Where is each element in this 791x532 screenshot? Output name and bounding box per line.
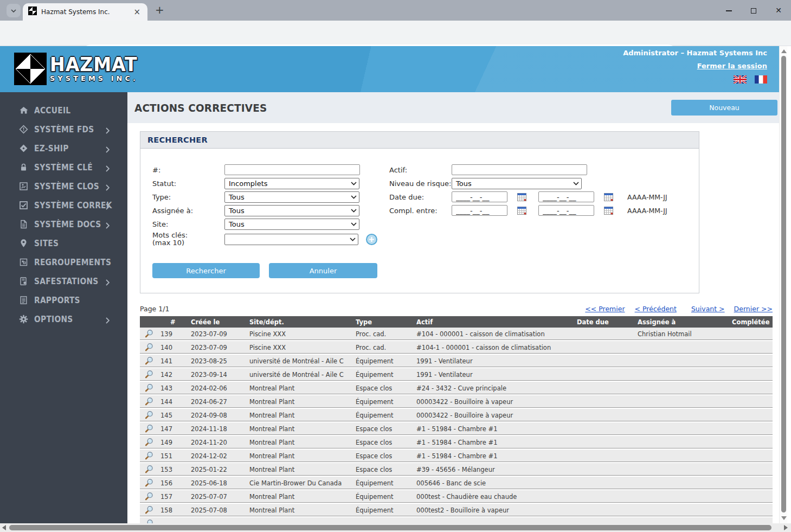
tab-title: Hazmat Systems Inc. xyxy=(41,8,132,16)
keywords-select[interactable] xyxy=(224,234,358,245)
number-input[interactable] xyxy=(224,164,360,175)
chevron-right-icon xyxy=(106,164,110,174)
col-header-num[interactable]: # xyxy=(170,318,176,326)
tab-close-icon[interactable]: × xyxy=(132,8,142,16)
table-row: 142 2023-09-14 université de Montréal - … xyxy=(140,368,773,381)
confined-space-icon xyxy=(18,182,28,191)
calendar-icon[interactable] xyxy=(517,193,526,201)
english-flag-icon[interactable] xyxy=(734,75,747,86)
completed-from-input[interactable] xyxy=(452,205,507,216)
table-row: 149 2024-11-20 Montreal Plant Espace clo… xyxy=(140,436,773,448)
search-button[interactable]: Rechercher xyxy=(152,263,260,278)
date-due-label: Date due: xyxy=(389,193,452,201)
type-label: Type: xyxy=(152,193,224,201)
vertical-scrollbar[interactable] xyxy=(779,46,787,523)
scroll-down-arrow[interactable] xyxy=(781,516,787,520)
brand-sub: SYSTEMS INC. xyxy=(50,74,145,82)
view-magnifier-icon[interactable] xyxy=(140,411,158,419)
col-header-site[interactable]: Site/dépt. xyxy=(249,318,284,326)
col-header-actif[interactable]: Actif xyxy=(416,318,433,326)
window-minimize-button[interactable] xyxy=(716,6,741,15)
view-magnifier-icon[interactable] xyxy=(140,478,158,487)
window-close-button[interactable]: ✕ xyxy=(766,6,791,15)
hazmat-logo: HAZMAT SYSTEMS INC. xyxy=(14,53,145,85)
chevron-down-icon xyxy=(351,182,357,185)
horizontal-scrollbar-thumb[interactable] xyxy=(9,525,771,530)
sidebar-item-regroupements[interactable]: REGROUPEMENTS xyxy=(0,253,127,272)
assignee-select[interactable]: Tous xyxy=(224,205,359,216)
sidebar-item-sites[interactable]: SITES xyxy=(0,234,127,253)
view-magnifier-icon[interactable] xyxy=(140,329,158,338)
browser-toolbar: hazmatsystems.com/ ℏ H ⋮ xyxy=(0,21,791,46)
report-icon xyxy=(18,296,28,305)
view-magnifier-icon[interactable] xyxy=(140,492,158,501)
chevron-down-icon xyxy=(573,182,579,185)
type-select[interactable]: Tous xyxy=(224,191,359,203)
view-magnifier-icon[interactable] xyxy=(140,438,158,446)
sidebar-item-ez-ship[interactable]: EZ-SHIP xyxy=(0,139,127,158)
view-magnifier-icon[interactable] xyxy=(140,356,158,365)
calendar-icon[interactable] xyxy=(517,206,526,215)
new-button[interactable]: Nouveau xyxy=(671,100,777,116)
pagination-last-link[interactable]: Dernier >> xyxy=(734,305,773,313)
col-header-due[interactable]: Date due xyxy=(577,318,609,326)
diamond-icon xyxy=(18,144,28,153)
date-due-to-input[interactable] xyxy=(538,191,594,202)
statut-select[interactable]: Incomplets xyxy=(224,178,359,189)
completed-between-label: Compl. entre: xyxy=(389,207,452,215)
window-maximize-button[interactable] xyxy=(741,6,766,15)
view-magnifier-icon[interactable] xyxy=(140,383,158,392)
browser-tab[interactable]: Hazmat Systems Inc. × xyxy=(23,3,147,21)
calendar-icon[interactable] xyxy=(604,206,613,215)
sidebar-item-safestations[interactable]: SAFESTATIONS xyxy=(0,272,127,291)
cancel-button[interactable]: Annuler xyxy=(269,263,377,278)
actif-input[interactable] xyxy=(452,164,587,175)
sidebar-item-systeme-fds[interactable]: SYSTÈME FDS xyxy=(0,120,127,139)
view-magnifier-icon[interactable] xyxy=(140,465,158,473)
date-due-from-input[interactable] xyxy=(452,191,507,202)
add-keyword-button[interactable] xyxy=(366,234,377,245)
sidebar-item-accueil[interactable]: ACCUEIL xyxy=(0,101,127,120)
view-magnifier-icon[interactable] xyxy=(140,343,158,351)
vertical-scrollbar-thumb[interactable] xyxy=(781,56,786,512)
view-magnifier-icon[interactable] xyxy=(140,424,158,433)
sidebar-item-rapports[interactable]: RAPPORTS xyxy=(0,291,127,310)
chevron-down-icon xyxy=(351,209,357,213)
scroll-up-arrow[interactable] xyxy=(781,49,787,53)
view-magnifier-icon[interactable] xyxy=(140,451,158,460)
sidebar-item-systeme-correk[interactable]: SYSTÈME CORREK xyxy=(0,196,127,215)
actif-label: Actif: xyxy=(389,166,452,174)
sidebar-item-systeme-docs[interactable]: SYSTÈME DOCS xyxy=(0,215,127,234)
sidebar-item-systeme-clos[interactable]: SYSTÈME CLOS xyxy=(0,177,127,196)
french-flag-icon[interactable] xyxy=(755,75,767,86)
number-label: #: xyxy=(152,166,224,174)
scroll-left-arrow[interactable] xyxy=(2,525,6,530)
col-header-type[interactable]: Type xyxy=(356,318,372,326)
sidebar-item-options[interactable]: OPTIONS xyxy=(0,310,127,329)
site-select[interactable]: Tous xyxy=(224,219,359,230)
view-magnifier-icon[interactable] xyxy=(140,397,158,406)
chevron-right-icon xyxy=(106,145,110,155)
chevron-down-icon xyxy=(351,195,357,199)
completed-to-input[interactable] xyxy=(538,205,594,216)
pagination-next-link[interactable]: Suivant > xyxy=(691,305,725,313)
col-header-completed[interactable]: Complétée xyxy=(732,318,769,326)
favicon xyxy=(28,7,37,17)
new-tab-button[interactable]: + xyxy=(155,4,164,15)
col-header-created[interactable]: Créée le xyxy=(191,318,220,326)
horizontal-scrollbar[interactable] xyxy=(0,523,791,532)
pagination-first-link[interactable]: << Premier xyxy=(585,305,625,313)
table-row: 144 2024-06-27 Montreal Plant Équipement… xyxy=(140,395,773,408)
view-magnifier-icon[interactable] xyxy=(140,370,158,379)
sidebar-item-systeme-cle[interactable]: SYSTÈME CLÉ xyxy=(0,158,127,177)
col-header-assigned[interactable]: Assignée à xyxy=(638,318,676,326)
warning-diamond-icon xyxy=(18,125,28,134)
tab-search-button[interactable] xyxy=(7,4,21,17)
view-magnifier-icon[interactable] xyxy=(140,519,158,523)
calendar-icon[interactable] xyxy=(604,193,613,201)
risk-select[interactable]: Tous xyxy=(452,178,582,189)
scroll-right-arrow[interactable] xyxy=(784,525,788,530)
pagination-prev-link[interactable]: < Précédent xyxy=(635,305,677,313)
logout-link[interactable]: Fermer la session xyxy=(697,62,767,70)
view-magnifier-icon[interactable] xyxy=(140,505,158,514)
